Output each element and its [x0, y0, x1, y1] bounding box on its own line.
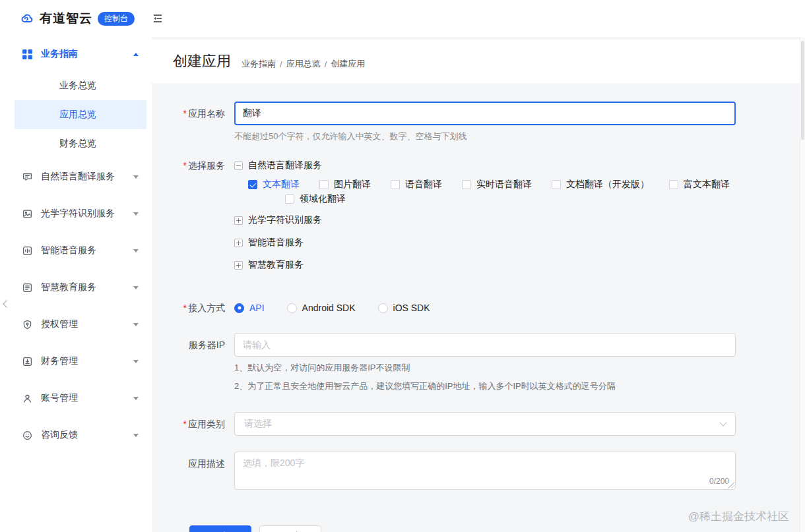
chevron-down-icon [133, 249, 139, 252]
confirm-button[interactable]: 确定 [189, 525, 251, 532]
grid-icon [21, 48, 33, 60]
field-label-category: *应用类别 [152, 412, 234, 436]
checkbox-document-translation[interactable]: 文档翻译（开发版） [552, 179, 649, 191]
service-group-label: 智能语音服务 [248, 237, 304, 249]
sidebar-item-label: 财务总览 [59, 138, 96, 150]
checkbox-realtime-speech-translation[interactable]: 实时语音翻译 [462, 179, 532, 191]
checkbox-icon [669, 180, 678, 189]
sidebar-item-business-guide[interactable]: 业务指南 [0, 37, 152, 71]
sidebar-item-label: 智能语音服务 [41, 245, 133, 256]
chevron-down-icon [133, 323, 139, 326]
checkbox-icon [319, 180, 329, 189]
service-group-nlp: 自然语言翻译服务 [234, 157, 736, 174]
radio-selected-icon [234, 303, 244, 313]
radio-api[interactable]: API [234, 303, 265, 313]
chat-translate-icon [21, 171, 33, 183]
breadcrumb-separator: / [325, 59, 327, 69]
sidebar-item-speech-service[interactable]: 智能语音服务 [0, 232, 152, 269]
checkbox-text-translation[interactable]: 文本翻译 [248, 179, 300, 191]
checkbox-domain-translation[interactable]: 领域化翻译 [285, 193, 346, 205]
sidebar-item-label: 咨询反馈 [41, 429, 133, 441]
chevron-down-icon [133, 434, 139, 437]
sidebar: 业务指南 业务总览 应用总览 财务总览 自然语言翻译服务 光学字符识别服务 [0, 37, 152, 532]
service-group-label: 自然语言翻译服务 [248, 160, 322, 171]
sidebar-item-label: 智慧教育服务 [41, 281, 133, 293]
sidebar-item-finance-overview[interactable]: 财务总览 [15, 129, 146, 158]
money-box-icon [21, 355, 33, 367]
checkbox-checked-icon [248, 180, 257, 189]
chevron-down-icon [133, 212, 139, 216]
shield-icon [21, 318, 33, 330]
sidebar-item-education-service[interactable]: 智慧教育服务 [0, 269, 152, 306]
required-asterisk: * [183, 303, 187, 313]
sidebar-item-feedback[interactable]: 咨询反馈 [0, 417, 152, 454]
expand-icon[interactable] [234, 261, 243, 270]
scrollbar-thumb[interactable] [801, 41, 804, 140]
service-group-ocr: 光学字符识别服务 [234, 212, 736, 229]
description-textarea[interactable] [234, 452, 736, 490]
radio-icon [378, 303, 388, 313]
sidebar-item-finance-management[interactable]: 财务管理 [0, 343, 152, 380]
sidebar-item-app-overview[interactable]: 应用总览 [15, 100, 146, 129]
service-group-label: 智慧教育服务 [248, 259, 304, 271]
radio-ios-sdk[interactable]: iOS SDK [378, 303, 430, 313]
checkbox-icon [552, 180, 561, 189]
field-label-description: 应用描述 [152, 452, 234, 490]
scrollbar[interactable] [800, 37, 805, 532]
page-title: 创建应用 [173, 51, 231, 71]
sidebar-item-authorization[interactable]: 授权管理 [0, 306, 152, 343]
access-radio-group: API Android SDK iOS SDK [234, 296, 736, 320]
main-content: 创建应用 业务指南 / 应用总览 / 创建应用 *应用名称 不能超过50个字符，… [152, 37, 805, 532]
expand-icon[interactable] [234, 216, 243, 225]
voice-icon [21, 245, 33, 256]
brand[interactable]: 有道智云 控制台 [0, 10, 135, 27]
topbar: 有道智云 控制台 [0, 0, 805, 37]
field-label-server-ip: 服务器IP [152, 333, 234, 394]
cancel-button[interactable]: 取消 [259, 525, 321, 532]
console-badge: 控制台 [98, 12, 135, 26]
sidebar-fold-icon[interactable] [149, 10, 166, 27]
field-label-services: *选择服务 [152, 157, 234, 275]
field-label-access: *接入方式 [152, 296, 234, 320]
radio-android-sdk[interactable]: Android SDK [287, 303, 356, 313]
checkbox-richtext-translation[interactable]: 富文本翻译 [669, 179, 730, 191]
smiley-chat-icon [21, 429, 33, 441]
image-scan-icon [21, 208, 33, 220]
create-app-form: *应用名称 不能超过50个字符，仅允许输入中英文、数字、空格与下划线 *选择服务… [152, 83, 805, 532]
expand-icon[interactable] [234, 239, 243, 247]
checkbox-icon [391, 180, 400, 189]
sidebar-item-label: 光学字符识别服务 [41, 208, 133, 220]
category-placeholder: 请选择 [244, 418, 272, 430]
education-notes-icon [21, 281, 33, 293]
sidebar-item-ocr-service[interactable]: 光学字符识别服务 [0, 195, 152, 232]
youdao-cloud-logo-icon [17, 10, 34, 27]
checkbox-speech-translation[interactable]: 语音翻译 [391, 179, 442, 191]
server-ip-input[interactable] [234, 333, 736, 357]
checkbox-image-translation[interactable]: 图片翻译 [319, 179, 371, 191]
radio-icon [287, 303, 297, 313]
breadcrumb-separator: / [280, 59, 282, 69]
form-row-server-ip: 服务器IP 1、默认为空，对访问的应用服务器IP不设限制 2、为了正常且安全地使… [152, 333, 805, 394]
resize-handle-icon[interactable] [728, 482, 734, 488]
sidebar-item-nlp-translation-service[interactable]: 自然语言翻译服务 [0, 158, 152, 195]
brand-name: 有道智云 [40, 10, 92, 27]
required-asterisk: * [183, 108, 187, 119]
breadcrumb-item[interactable]: 业务指南 [242, 58, 276, 70]
chevron-down-icon [133, 286, 139, 289]
watermark: @稀土掘金技术社区 [688, 509, 789, 524]
checkbox-icon [285, 194, 294, 204]
app-name-input[interactable] [234, 102, 736, 125]
collapse-icon[interactable] [234, 162, 243, 170]
sidebar-item-business-overview[interactable]: 业务总览 [15, 71, 146, 100]
breadcrumb-item[interactable]: 应用总览 [286, 58, 321, 70]
sidebar-item-account-management[interactable]: 账号管理 [0, 380, 152, 417]
sidebar-collapse-handle[interactable] [1, 298, 9, 310]
sidebar-item-label: 授权管理 [41, 318, 133, 330]
required-asterisk: * [183, 419, 187, 429]
form-row-services: *选择服务 自然语言翻译服务 文本翻译 图片翻译 [152, 157, 805, 275]
form-row-access: *接入方式 API Android SDK iOS SDK [152, 296, 805, 320]
category-select[interactable]: 请选择 [234, 412, 736, 436]
breadcrumb-item-current: 创建应用 [331, 58, 365, 70]
page-header: 创建应用 业务指南 / 应用总览 / 创建应用 [152, 40, 805, 83]
nlp-options-row: 文本翻译 图片翻译 语音翻译 实时语音翻译 [234, 179, 736, 191]
